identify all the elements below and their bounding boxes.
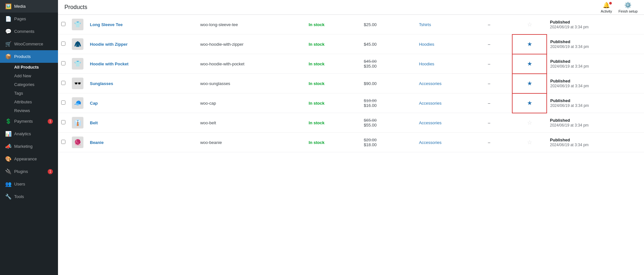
featured-star-empty[interactable]: ☆	[527, 119, 532, 126]
sidebar-item-woocommerce[interactable]: 🛒 WooCommerce	[0, 38, 58, 50]
woocommerce-icon: 🛒	[5, 41, 12, 47]
product-price-cell: $45.00$35.00	[360, 54, 416, 74]
status-published: Published	[550, 98, 570, 103]
sidebar-item-label: Analytics	[14, 131, 31, 136]
sidebar-sub-item-attributes[interactable]: Attributes	[0, 98, 58, 106]
status-date: 2024/06/19 at 3:34 pm	[550, 64, 589, 69]
product-slug-cell: woo-beanie	[197, 133, 305, 152]
product-tags: –	[488, 101, 490, 106]
product-name-link[interactable]: Hoodie with Zipper	[90, 42, 128, 47]
sidebar-sub-item-tags[interactable]: Tags	[0, 89, 58, 98]
featured-star-filled[interactable]: ★	[527, 80, 532, 87]
product-thumbnail-cell: 🕶️	[69, 74, 87, 93]
sidebar-sub-item-categories[interactable]: Categories	[0, 80, 58, 89]
sidebar-item-label: Payments	[14, 119, 33, 124]
row-checkbox[interactable]	[61, 100, 65, 105]
product-thumbnail: 👕	[72, 19, 83, 30]
sidebar-item-label: Pages	[14, 16, 26, 21]
product-category-cell: Hoodies	[416, 54, 485, 74]
product-category-cell: Accessories	[416, 113, 485, 133]
product-category-link[interactable]: Accessories	[419, 140, 441, 145]
sidebar-item-media[interactable]: 🖼️ Media	[0, 0, 58, 13]
featured-star-filled[interactable]: ★	[527, 100, 532, 106]
featured-star-filled[interactable]: ★	[527, 61, 532, 67]
sidebar-sub-item-reviews[interactable]: Reviews	[0, 106, 58, 115]
product-thumbnail-cell: 🧥	[69, 34, 87, 54]
price-original: $18.00	[364, 98, 412, 103]
sidebar-item-analytics[interactable]: 📊 Analytics	[0, 128, 58, 140]
product-category-link[interactable]: Hoodies	[419, 62, 434, 66]
product-thumbnail: 👔	[72, 117, 83, 128]
status-published: Published	[550, 59, 570, 64]
stock-status: In stock	[309, 81, 324, 86]
status-published: Published	[550, 79, 570, 83]
product-name-link[interactable]: Sunglasses	[90, 81, 113, 86]
price-sale: $55.00	[364, 123, 412, 128]
sidebar-item-tools[interactable]: 🔧 Tools	[0, 190, 58, 203]
sidebar-item-users[interactable]: 👥 Users	[0, 178, 58, 190]
price-original: $45.00	[364, 59, 412, 64]
product-name-link[interactable]: Cap	[90, 101, 98, 106]
products-content: 👕 Long Sleeve Tee woo-long-sleeve-tee In…	[58, 15, 644, 275]
product-name-cell: Belt	[87, 113, 197, 133]
tags-label: Tags	[14, 91, 23, 96]
sidebar-item-pages[interactable]: 📄 Pages	[0, 13, 58, 25]
product-category-link[interactable]: Accessories	[419, 81, 441, 86]
sidebar-item-label: Marketing	[14, 144, 33, 149]
row-checkbox[interactable]	[61, 120, 65, 124]
product-stock-cell: In stock	[305, 113, 360, 133]
product-thumbnail: 🧶	[72, 137, 83, 148]
analytics-icon: 📊	[5, 131, 12, 137]
product-name-cell: Hoodie with Pocket	[87, 54, 197, 74]
topbar-actions: 🔔 Activity ⚙️ Finish setup	[601, 2, 638, 13]
row-checkbox[interactable]	[61, 22, 65, 26]
sidebar-sub-item-all-products[interactable]: All Products	[0, 63, 58, 71]
product-thumbnail: 🧢	[72, 97, 83, 109]
product-name-cell: Hoodie with Zipper	[87, 34, 197, 54]
sidebar-item-marketing[interactable]: 📣 Marketing	[0, 140, 58, 153]
sidebar-item-comments[interactable]: 💬 Comments	[0, 25, 58, 38]
product-category-link[interactable]: Hoodies	[419, 42, 434, 47]
row-checkbox[interactable]	[61, 42, 65, 46]
featured-star-empty[interactable]: ☆	[527, 21, 532, 28]
product-category-cell: Tshirts	[416, 15, 485, 34]
product-price-cell: $65.00$55.00	[360, 113, 416, 133]
product-category-link[interactable]: Accessories	[419, 101, 441, 106]
product-category-link[interactable]: Accessories	[419, 120, 441, 125]
sidebar-item-products[interactable]: 📦 Products	[0, 50, 58, 63]
main-area: Products 🔔 Activity ⚙️ Finish setup 👕 L	[58, 0, 644, 275]
product-name-link[interactable]: Belt	[90, 120, 98, 125]
product-slug: woo-belt	[200, 120, 216, 125]
status-date: 2024/06/19 at 3:34 pm	[550, 103, 589, 108]
product-name-link[interactable]: Hoodie with Pocket	[90, 62, 129, 66]
sidebar-sub-item-add-new[interactable]: Add New	[0, 71, 58, 80]
stock-status: In stock	[309, 120, 324, 125]
row-checkbox[interactable]	[61, 61, 65, 65]
product-thumbnail: 👕	[72, 58, 83, 70]
row-checkbox-cell	[58, 34, 69, 54]
product-slug: woo-cap	[200, 101, 216, 106]
product-name-link[interactable]: Beanie	[90, 140, 104, 145]
product-thumbnail-cell: 🧶	[69, 133, 87, 152]
product-featured-cell: ☆	[512, 15, 547, 34]
stock-status: In stock	[309, 140, 324, 145]
activity-icon: 🔔	[603, 2, 610, 9]
appearance-icon: 🎨	[5, 156, 12, 162]
product-category-cell: Accessories	[416, 133, 485, 152]
sidebar-item-payments[interactable]: 💲 Payments 1	[0, 115, 58, 128]
product-name-cell: Sunglasses	[87, 74, 197, 93]
status-published: Published	[550, 39, 570, 44]
sidebar-item-appearance[interactable]: 🎨 Appearance	[0, 153, 58, 165]
product-name-link[interactable]: Long Sleeve Tee	[90, 22, 123, 27]
activity-label: Activity	[601, 9, 612, 13]
activity-button[interactable]: 🔔 Activity	[601, 2, 612, 13]
row-checkbox[interactable]	[61, 81, 65, 85]
featured-star-empty[interactable]: ☆	[527, 139, 532, 146]
finish-setup-button[interactable]: ⚙️ Finish setup	[619, 2, 638, 13]
featured-star-filled[interactable]: ★	[527, 41, 532, 47]
sidebar-item-plugins[interactable]: 🔌 Plugins 1	[0, 165, 58, 178]
stock-status: In stock	[309, 42, 324, 47]
product-tags: –	[488, 81, 490, 86]
product-category-link[interactable]: Tshirts	[419, 22, 431, 27]
row-checkbox[interactable]	[61, 140, 65, 144]
